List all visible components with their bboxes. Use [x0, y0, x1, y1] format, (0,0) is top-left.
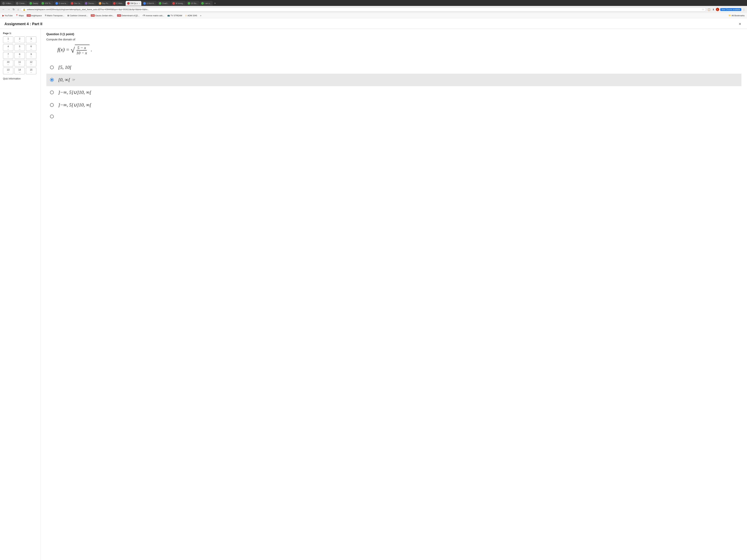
- answer-option-3[interactable]: ]−∞, 5]∪]10, ∞[: [46, 86, 742, 99]
- tab-label: Discou...: [88, 2, 96, 4]
- answer-text-3: ]−∞, 5]∪]10, ∞[: [58, 89, 91, 95]
- q-num: 7: [7, 53, 9, 56]
- answer-option-4[interactable]: ]−∞, 5[∪]10, ∞[: [46, 99, 742, 111]
- tab-bob[interactable]: G Bob th...: [142, 1, 157, 6]
- tab-label: ION Te...: [45, 2, 52, 4]
- bookmark-inverse[interactable]: √ℝ inverse matrix calc...: [141, 14, 165, 17]
- tab-quiz[interactable]: DM Qu x ×: [126, 1, 141, 6]
- question-btn-11[interactable]: 11 --: [15, 60, 25, 66]
- close-button[interactable]: ×: [737, 21, 743, 27]
- q-num: 9: [31, 53, 32, 56]
- quiz-sidebar: Page 1: 1 -- 2 -- 3 -- 4 --: [0, 29, 41, 560]
- radio-btn-1[interactable]: [50, 65, 54, 69]
- bookmark-all[interactable]: 📁 All Bookmarks: [727, 14, 746, 17]
- home-button[interactable]: ⌂: [17, 7, 20, 11]
- question-btn-12[interactable]: 12 --: [26, 60, 36, 66]
- bookmark-label: Maps: [19, 15, 24, 17]
- tab-label: X-Men...: [5, 2, 12, 4]
- tab-chatg[interactable]: ChatG...: [157, 1, 171, 6]
- tab-hibis[interactable]: E Hibis...: [111, 1, 125, 6]
- question-btn-13[interactable]: 13 --: [3, 68, 14, 74]
- bookmark-label: ADM 3345: [187, 15, 197, 17]
- tab-dior[interactable]: Dior Ja...: [69, 1, 83, 6]
- bookmark-gauss[interactable]: DM Gauss-Jordan elim...: [90, 14, 115, 17]
- bookmark-brightspace[interactable]: DM brightspace: [26, 14, 43, 17]
- answer-option-2[interactable]: [0, ∞[ ☞: [46, 74, 742, 86]
- question-btn-8[interactable]: 8 --: [15, 52, 25, 59]
- radio-btn-5[interactable]: [50, 115, 54, 118]
- tab-close-icon[interactable]: ×: [139, 2, 140, 4]
- question-btn-9[interactable]: 9 --: [26, 52, 36, 59]
- radio-btn-2[interactable]: [50, 78, 54, 82]
- q-num: 10: [7, 61, 9, 63]
- cast-icon[interactable]: 📋: [707, 8, 711, 11]
- tab-label: E Hibis...: [117, 2, 124, 4]
- back-button[interactable]: ←: [1, 7, 5, 11]
- quiz-information-link[interactable]: Quiz Information: [3, 77, 37, 80]
- question-btn-1[interactable]: 1 --: [3, 36, 14, 43]
- tab-buy[interactable]: Buy Po...: [97, 1, 111, 6]
- bookmark-carleton[interactable]: 🏛 Carleton Universit...: [66, 14, 89, 17]
- bookmark-label: TV STREAM: [171, 15, 182, 17]
- bookmark-youtube[interactable]: ▶ YouTube: [1, 14, 14, 17]
- tab-iam[interactable]: i am a...: [200, 1, 213, 6]
- answer-text-2: [0, ∞[: [58, 77, 70, 83]
- question-btn-3[interactable]: 3 --: [26, 36, 36, 43]
- q-dash: --: [7, 71, 9, 73]
- bookmark-label: All Bookmarks: [731, 15, 745, 17]
- q-num: 4: [7, 45, 9, 48]
- tab-label: G viva la...: [59, 2, 68, 4]
- question-btn-4[interactable]: 4 --: [3, 44, 14, 51]
- new-tab-button[interactable]: +: [213, 1, 217, 5]
- question-btn-7[interactable]: 7 --: [3, 52, 14, 59]
- tab-ion[interactable]: ION Te...: [40, 1, 54, 6]
- user-avatar[interactable]: L: [716, 8, 719, 11]
- tab-disco[interactable]: Discou...: [83, 1, 97, 6]
- tab-daddy[interactable]: Daddy: [28, 1, 40, 6]
- menu-icon[interactable]: ⋮: [742, 8, 746, 11]
- q-dash: --: [19, 48, 20, 50]
- bookmark-matrix[interactable]: ℝ Matrix Transpose...: [44, 14, 66, 17]
- bookmark-determinant[interactable]: DM Determinant of [[2...: [116, 14, 140, 17]
- reload-button[interactable]: ↻: [12, 7, 16, 11]
- tab-x-men[interactable]: X-Men...: [1, 1, 14, 6]
- question-btn-10[interactable]: 10 --: [3, 60, 14, 66]
- new-chrome-badge: New Chrome available: [720, 8, 741, 11]
- adm-icon: ◎: [185, 14, 187, 17]
- star-icon[interactable]: ☆: [702, 8, 704, 11]
- page-label: Page 1:: [3, 32, 37, 35]
- tab-label: i am a...: [205, 2, 211, 4]
- answer-option-5[interactable]: [46, 111, 742, 122]
- youtube-icon: ▶: [2, 14, 4, 17]
- q-dash: --: [7, 56, 9, 58]
- forward-button[interactable]: →: [7, 7, 11, 11]
- bookmark-maps[interactable]: 📍 Maps: [15, 14, 25, 17]
- bookmark-more[interactable]: »: [199, 14, 202, 17]
- tab-label: Crimin...: [19, 2, 26, 4]
- q-dash: --: [19, 63, 20, 65]
- question-btn-6[interactable]: 6 --: [26, 44, 36, 51]
- q-dash: --: [19, 71, 20, 73]
- answer-option-1[interactable]: [5, 10[: [46, 61, 742, 74]
- question-btn-14[interactable]: 14 --: [15, 68, 25, 74]
- question-btn-2[interactable]: 2 --: [15, 36, 25, 43]
- bookmark-tvstream[interactable]: 📺 TV STREAM: [166, 14, 183, 17]
- cursor-icon: ☞: [72, 78, 75, 82]
- bookmark-label: Gauss-Jordan elim...: [95, 15, 114, 17]
- tab-immig[interactable]: M Immig...: [171, 1, 186, 6]
- tab-stu[interactable]: 10 Stu...: [186, 1, 199, 6]
- radio-btn-3[interactable]: [50, 90, 54, 94]
- radio-btn-4[interactable]: [50, 103, 54, 107]
- sqrt-symbol: √: [71, 47, 75, 54]
- tab-label: DM Qu x: [130, 2, 138, 4]
- numerator: 5 − x: [77, 45, 87, 51]
- question-btn-5[interactable]: 5 --: [15, 44, 25, 51]
- bookmark-adm3345[interactable]: ◎ ADM 3345: [184, 14, 198, 17]
- download-icon[interactable]: ⬇: [712, 8, 715, 11]
- address-bar[interactable]: 🔒 uottawa.brightspace.com/d2l/lms/quizzi…: [21, 7, 706, 11]
- gauss-icon: DM: [91, 14, 95, 17]
- question-btn-15[interactable]: 15 --: [26, 68, 36, 74]
- tab-crimin[interactable]: Crimin...: [15, 1, 28, 6]
- tab-icon-immig: [172, 2, 175, 5]
- tab-viva[interactable]: G viva la...: [54, 1, 69, 6]
